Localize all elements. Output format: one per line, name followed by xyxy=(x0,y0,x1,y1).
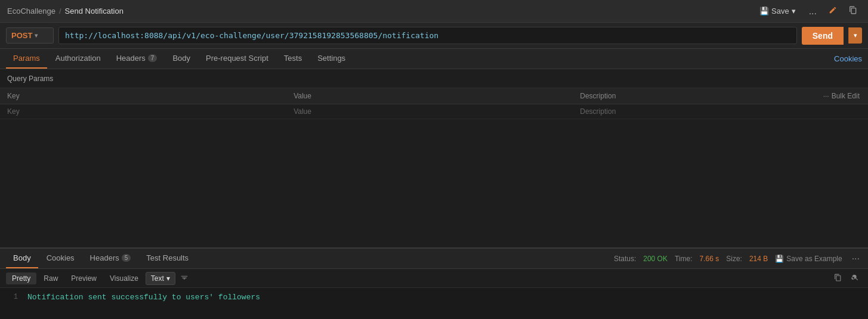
breadcrumb: EcoChallenge / Send Notification xyxy=(7,7,123,16)
cookies-link[interactable]: Cookies xyxy=(834,54,862,63)
save-button[interactable]: 💾 Save ▾ xyxy=(755,4,801,18)
url-input[interactable] xyxy=(58,27,797,44)
response-tabs: Body Cookies Headers 5 Test Results Stat… xyxy=(0,249,868,269)
size-value: 214 B xyxy=(749,255,768,263)
headers-badge: 7 xyxy=(148,54,157,62)
request-tabs: Params Authorization Headers 7 Body Pre-… xyxy=(0,49,868,69)
status-value: 200 OK xyxy=(643,255,668,263)
format-tabs-list: Pretty Raw Preview Visualize Text ▾ xyxy=(6,271,192,285)
search-icon xyxy=(851,274,859,281)
url-bar: POST ▾ Send ▾ xyxy=(0,23,868,49)
top-bar-actions: 💾 Save ▾ ... xyxy=(755,4,861,19)
key-cell: Key xyxy=(0,104,286,119)
desc-placeholder: Description xyxy=(580,107,616,116)
response-status-area: Status: 200 OK Time: 7.66 s Size: 214 B … xyxy=(614,253,862,264)
size-label: Size: xyxy=(726,255,742,263)
method-label: POST xyxy=(11,31,32,40)
desc-cell: Description xyxy=(573,104,816,119)
time-value: 7.66 s xyxy=(700,255,719,263)
line-number: 1 xyxy=(8,293,18,302)
filter-icon xyxy=(180,273,189,281)
fmt-tab-preview[interactable]: Preview xyxy=(65,272,103,284)
resp-tab-headers[interactable]: Headers 5 xyxy=(83,249,138,268)
save-label: Save xyxy=(771,7,789,16)
format-tabs: Pretty Raw Preview Visualize Text ▾ xyxy=(0,269,868,288)
request-tabs-list: Params Authorization Headers 7 Body Pre-… xyxy=(6,49,353,69)
format-tabs-right xyxy=(831,272,862,285)
search-response-button[interactable] xyxy=(848,272,862,285)
tab-authorization[interactable]: Authorization xyxy=(48,49,108,69)
actions-cell xyxy=(816,104,868,119)
text-format-dropdown[interactable]: Text ▾ xyxy=(146,272,175,285)
copy-response-button[interactable] xyxy=(831,272,845,285)
resp-tab-cookies[interactable]: Cookies xyxy=(39,249,82,268)
save-icon: 💾 xyxy=(759,7,769,16)
edit-button[interactable] xyxy=(825,4,841,18)
copy-response-icon xyxy=(834,274,842,281)
response-text: Notification sent successfully to users'… xyxy=(27,293,260,302)
query-params-section: Query Params xyxy=(0,69,868,88)
tab-body[interactable]: Body xyxy=(165,49,197,69)
resp-tab-test-results[interactable]: Test Results xyxy=(139,249,196,268)
tab-settings[interactable]: Settings xyxy=(310,49,353,69)
top-bar: EcoChallenge / Send Notification 💾 Save … xyxy=(0,0,868,23)
bulk-edit-label: Bulk Edit xyxy=(832,92,860,100)
table-row: Key Value Description xyxy=(0,104,868,119)
value-cell: Value xyxy=(286,104,573,119)
text-format-label: Text xyxy=(151,274,164,283)
table-header-row: Key Value Description ··· Bulk Edit xyxy=(0,88,868,104)
filter-button[interactable] xyxy=(177,271,192,285)
time-label: Time: xyxy=(675,255,693,263)
more-options-button[interactable]: ... xyxy=(805,4,820,19)
bulk-edit-button[interactable]: ··· Bulk Edit xyxy=(823,92,860,100)
collection-name: EcoChallenge xyxy=(7,7,55,16)
method-chevron-icon: ▾ xyxy=(35,32,38,39)
resp-tab-body[interactable]: Body xyxy=(6,249,38,268)
pencil-icon xyxy=(829,6,837,14)
copy-button[interactable] xyxy=(845,4,861,19)
query-params-label: Query Params xyxy=(7,75,53,83)
response-more-options-button[interactable]: ··· xyxy=(850,253,862,264)
fmt-tab-raw[interactable]: Raw xyxy=(38,272,64,284)
send-button[interactable]: Send xyxy=(802,27,844,45)
save-icon: 💾 xyxy=(775,255,784,263)
fmt-tab-pretty[interactable]: Pretty xyxy=(6,272,36,284)
request-name: Send Notification xyxy=(65,7,123,16)
key-placeholder: Key xyxy=(7,107,20,116)
fmt-tab-visualize[interactable]: Visualize xyxy=(104,272,144,284)
status-label: Status: xyxy=(614,255,636,263)
save-example-label: Save as Example xyxy=(786,255,842,263)
col-header-description: Description xyxy=(573,88,816,104)
response-body: 1 Notification sent successfully to user… xyxy=(0,288,868,306)
tab-headers[interactable]: Headers 7 xyxy=(109,49,165,69)
tab-params[interactable]: Params xyxy=(6,49,47,69)
col-header-actions: ··· Bulk Edit xyxy=(816,88,868,104)
send-dropdown-button[interactable]: ▾ xyxy=(848,27,862,44)
value-placeholder: Value xyxy=(294,107,311,116)
tab-pre-request[interactable]: Pre-request Script xyxy=(199,49,276,69)
save-as-example-button[interactable]: 💾 Save as Example xyxy=(775,255,842,263)
resp-headers-badge: 5 xyxy=(122,254,131,262)
response-tabs-list: Body Cookies Headers 5 Test Results xyxy=(6,249,196,268)
method-selector[interactable]: POST ▾ xyxy=(6,27,54,44)
copy-icon xyxy=(849,6,857,14)
text-format-chevron-icon: ▾ xyxy=(166,274,170,283)
params-table: Key Value Description ··· Bulk Edit Key … xyxy=(0,88,868,119)
col-header-key: Key xyxy=(0,88,286,104)
save-chevron-icon: ▾ xyxy=(792,7,796,16)
tab-tests[interactable]: Tests xyxy=(277,49,309,69)
response-section: Body Cookies Headers 5 Test Results Stat… xyxy=(0,247,868,319)
col-header-value: Value xyxy=(286,88,573,104)
breadcrumb-separator: / xyxy=(59,7,61,16)
